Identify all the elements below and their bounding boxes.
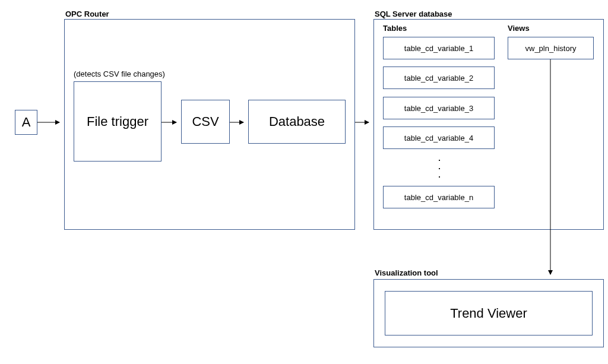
sql-server-title: SQL Server database <box>375 10 452 18</box>
detects-note: (detects CSV file changes) <box>74 69 165 78</box>
table-label: table_cd_variable_4 <box>404 134 473 143</box>
source-a-label: A <box>22 115 31 130</box>
table-row: table_cd_variable_4 <box>383 126 495 149</box>
file-trigger-box: File trigger <box>74 81 162 162</box>
table-row: table_cd_variable_n <box>383 186 495 208</box>
database-label: Database <box>269 114 325 129</box>
arrow-opc-to-sql <box>355 118 373 127</box>
table-label: table_cd_variable_3 <box>404 104 473 113</box>
table-row: table_cd_variable_2 <box>383 67 495 89</box>
opc-router-title: OPC Router <box>65 10 109 18</box>
table-row: table_cd_variable_3 <box>383 97 495 119</box>
table-label: table_cd_variable_1 <box>404 44 473 53</box>
arrow-view-to-trendviewer <box>546 59 555 279</box>
arrow-a-to-opc <box>37 118 64 127</box>
table-label: table_cd_variable_n <box>404 193 473 202</box>
csv-label: CSV <box>192 114 218 129</box>
tables-title: Tables <box>383 24 407 33</box>
table-row: table_cd_variable_1 <box>383 37 495 59</box>
view-label: vw_pln_history <box>525 44 577 53</box>
source-a-box: A <box>15 110 37 135</box>
file-trigger-label: File trigger <box>87 114 148 129</box>
viz-title: Visualization tool <box>375 268 438 277</box>
views-title: Views <box>508 24 530 33</box>
table-label: table_cd_variable_2 <box>404 74 473 83</box>
trend-viewer-label: Trend Viewer <box>450 306 527 321</box>
trend-viewer-box: Trend Viewer <box>385 291 593 335</box>
view-box: vw_pln_history <box>508 37 594 59</box>
arrow-csv-to-database <box>230 118 248 127</box>
ellipsis-dots: ... <box>438 154 441 179</box>
arrow-filetrigger-to-csv <box>162 118 181 127</box>
database-box: Database <box>248 100 346 144</box>
csv-box: CSV <box>181 100 230 144</box>
